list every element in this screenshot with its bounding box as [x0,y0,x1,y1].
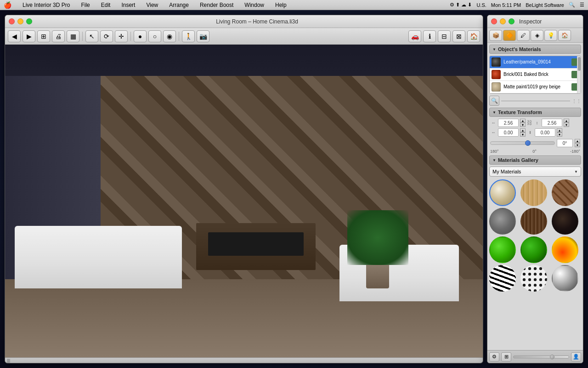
gallery-item-12[interactable] [552,265,578,292]
gallery-item-1[interactable] [489,179,516,206]
zoom-slider-track[interactable] [513,356,569,358]
offset-y-stepper-up[interactable]: ▲ [557,128,562,132]
inspector-maximize-button[interactable] [509,18,514,24]
tab-paint[interactable]: 🖊 [517,30,530,41]
gallery-item-8[interactable] [520,236,547,263]
offset-x-stepper-down[interactable]: ▼ [520,132,526,137]
gallery-item-2[interactable] [520,179,547,206]
minimize-button[interactable] [17,18,23,24]
nav-back-button[interactable]: ◀ [8,30,21,42]
info-button[interactable]: ℹ [423,30,436,42]
render-button[interactable]: 🖨 [52,30,65,42]
offset-y-stepper-down[interactable]: ▼ [557,132,562,137]
menubar-insert[interactable]: Insert [119,2,137,8]
move-tool[interactable]: ✛ [115,30,128,42]
bottom-grid-button[interactable]: ⊞ [501,352,511,362]
menubar-arrange[interactable]: Arrange [167,2,191,8]
material-item-1[interactable]: Brick/001 Baked Brick [490,69,581,81]
sphere-tool[interactable]: ● [134,30,147,42]
view-3d-button[interactable]: ▦ [67,30,79,42]
menubar-right: ⚙ ⬆ ☁ ⬇ U.S. Mon 5:11 PM BeLight Softwar… [450,2,584,8]
view-2d-button[interactable]: ⊟ [438,30,451,42]
offset-x-input[interactable] [498,128,519,137]
gallery-item-6[interactable] [552,208,578,235]
gallery-item-9[interactable] [552,236,578,263]
menubar-render[interactable]: Render Boost [198,2,235,8]
gallery-item-3[interactable] [552,179,578,206]
zoom-slider-thumb[interactable] [550,355,554,359]
height-stepper: ▲ ▼ [564,119,569,127]
view-3d-mode-button[interactable]: 🏠 [467,30,480,42]
width-stepper-up[interactable]: ▲ [520,119,526,123]
car-button[interactable]: 🚗 [408,30,421,42]
offset-y-stepper: ▲ ▼ [557,128,562,137]
inspector-close-button[interactable] [491,18,497,24]
section-arrow-materials: ▼ [492,47,496,52]
materials-list: Leather/pamela_09014 Brick/001 Baked Bri… [489,56,581,94]
menubar-menu-icon[interactable]: ☰ [580,2,584,8]
gallery-item-11[interactable] [520,265,547,292]
inspector-minimize-button[interactable] [500,18,506,24]
menubar-edit[interactable]: Edit [99,2,113,8]
plant [359,210,397,288]
tab-object[interactable]: 📦 [489,30,502,41]
viewport[interactable] [5,45,483,357]
rotation-slider-track[interactable] [490,141,555,145]
rotation-label-min: 180° [490,149,499,154]
maximize-button[interactable] [26,18,32,24]
gallery-item-4[interactable] [489,208,516,235]
rotation-value-input[interactable] [557,139,573,147]
gallery-dropdown[interactable]: My Materials ▼ [489,167,581,177]
options-button[interactable]: ⋮⋮ [572,98,581,104]
select-tool[interactable]: ↖ [85,30,98,42]
view-split-button[interactable]: ⊠ [452,30,465,42]
orbit-tool[interactable]: ⟳ [100,30,113,42]
width-input[interactable] [498,119,519,127]
circle-tool[interactable]: ○ [148,30,161,42]
material-item-2[interactable]: Matte paint/1019 grey beige [490,81,581,93]
materials-scrollbar[interactable] [577,56,581,93]
tab-texture[interactable]: ◈ [531,30,543,41]
height-stepper-down[interactable]: ▼ [564,123,569,127]
walk-tool[interactable]: 🚶 [182,30,195,42]
rotation-slider-thumb[interactable] [525,140,531,146]
plant-leaves [347,210,408,265]
menubar-view[interactable]: View [144,2,160,8]
camera-tool[interactable]: 📷 [197,30,209,42]
toolbar-sep-3 [179,32,179,41]
gallery-item-7[interactable] [489,236,516,263]
gallery-item-5[interactable] [520,208,547,235]
bottom-person-button[interactable]: 👤 [571,352,581,362]
search-button[interactable]: 🔍 [489,96,499,106]
rotation-stepper-down[interactable]: ▼ [575,143,580,147]
nav-forward-button[interactable]: ▶ [23,30,35,42]
menubar-app-name[interactable]: Live Interior 3D Pro [21,2,72,8]
texture-transform-section: ▼ Texture Transform ↔ ▲ ▼ ⛓ ↕ ▲ [489,108,581,154]
tab-house[interactable]: 🏠 [558,30,571,41]
tab-material[interactable]: 🔶 [503,30,516,41]
chain-icon: ⛓ [527,120,532,126]
ring-tool[interactable]: ◉ [163,30,176,42]
offset-y-input[interactable] [535,128,555,137]
height-stepper-up[interactable]: ▲ [564,119,569,123]
menubar-file[interactable]: File [79,2,91,8]
floor-plan-button[interactable]: ⊞ [37,30,50,42]
menubar-help[interactable]: Help [273,2,288,8]
tab-light[interactable]: 💡 [544,30,557,41]
menubar-search-icon[interactable]: 🔍 [569,2,575,8]
tv-unit [196,223,316,270]
texture-transform-title: Texture Transform [498,109,542,115]
material-item-0[interactable]: Leather/pamela_09014 [490,56,581,69]
bottom-settings-button[interactable]: ⚙ [489,352,499,362]
rotation-stepper-up[interactable]: ▲ [575,139,580,143]
materials-gallery-title: Materials Gallery [498,157,538,163]
offset-x-stepper-up[interactable]: ▲ [520,128,526,132]
close-button[interactable] [9,18,15,24]
width-stepper-down[interactable]: ▼ [520,123,526,127]
objects-materials-header: ▼ Object's Materials [489,45,581,54]
material-name-0: Leather/pamela_09014 [503,59,569,65]
gallery-item-10[interactable] [489,265,516,292]
menubar-window[interactable]: Window [243,2,266,8]
apple-menu[interactable]: 🍎 [4,1,11,9]
height-input[interactable] [542,119,562,127]
